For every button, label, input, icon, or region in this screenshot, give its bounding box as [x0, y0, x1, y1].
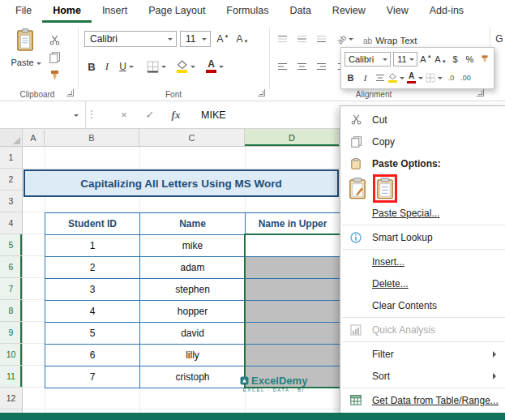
menu-item-clear-contents[interactable]: Clear Contents — [340, 294, 505, 316]
selected-cell[interactable] — [246, 323, 340, 345]
row-header-10[interactable]: 10 — [0, 344, 22, 366]
cell-student-id[interactable]: 3 — [45, 279, 140, 301]
selected-cell[interactable] — [246, 279, 340, 301]
row-header-3[interactable]: 3 — [0, 191, 22, 212]
row-header-12[interactable]: 12 — [0, 388, 22, 409]
copy-button[interactable] — [47, 50, 62, 65]
row-header-2[interactable]: 2 — [0, 169, 22, 191]
align-top-button[interactable] — [274, 31, 290, 47]
formula-bar-input[interactable]: MIKE — [201, 101, 226, 128]
name-box[interactable] — [0, 101, 86, 128]
borders-button[interactable] — [144, 58, 169, 75]
paste-option-paste-button[interactable] — [349, 178, 366, 199]
insert-function-button[interactable]: fx — [165, 101, 186, 128]
wrap-text-button[interactable]: ab Wrap Text — [363, 32, 444, 49]
tab-data[interactable]: Data — [279, 0, 321, 23]
mini-font-size-combo[interactable]: 11 — [393, 52, 417, 66]
row-header-9[interactable]: 9 — [0, 322, 22, 344]
align-middle-button[interactable] — [293, 31, 310, 47]
cell-name[interactable]: mike — [140, 235, 246, 257]
menu-item-smart-lookup[interactable]: Smart Lookup — [340, 226, 505, 248]
cell-name[interactable]: david — [140, 323, 246, 345]
font-dialog-launcher[interactable] — [258, 89, 265, 96]
cell-student-id[interactable]: 6 — [45, 345, 140, 366]
tab-file[interactable]: File — [5, 0, 42, 23]
select-all-button[interactable] — [0, 129, 23, 146]
cell-student-id[interactable]: 7 — [45, 366, 140, 388]
font-name-combo[interactable]: Calibri — [84, 31, 177, 47]
cell-name[interactable]: adam — [140, 257, 246, 279]
row-header-8[interactable]: 8 — [0, 300, 22, 322]
font-color-button[interactable]: A — [203, 58, 227, 75]
cancel-button[interactable]: × — [113, 101, 135, 128]
menu-item-delete[interactable]: Delete... — [340, 272, 505, 294]
mini-fill-color-button[interactable] — [388, 71, 404, 85]
align-bottom-button[interactable] — [313, 31, 329, 47]
mini-decrease-decimal-button[interactable]: .0 — [445, 71, 457, 85]
tab-review[interactable]: Review — [322, 0, 376, 23]
tab-add-ins[interactable]: Add-ins — [419, 0, 474, 23]
selected-cell[interactable] — [246, 345, 340, 366]
mini-bold-button[interactable]: B — [345, 71, 357, 85]
table-header-uppercase[interactable]: Name in Upper — [246, 213, 340, 235]
paste-option-values-button[interactable] — [376, 178, 394, 199]
tab-home[interactable]: Home — [42, 0, 92, 23]
paste-button[interactable]: Paste — [6, 28, 45, 67]
mini-format-painter-button[interactable] — [478, 52, 490, 66]
enter-button[interactable]: ✓ — [139, 101, 160, 128]
italic-button[interactable]: I — [101, 58, 113, 75]
menu-item-filter[interactable]: Filter — [340, 343, 505, 365]
cell-student-id[interactable]: 5 — [45, 323, 140, 345]
mini-borders-button[interactable] — [426, 71, 443, 85]
align-right-button[interactable] — [313, 58, 329, 75]
mini-font-name-combo[interactable]: Calibri — [345, 52, 391, 66]
menu-item-paste-special[interactable]: Paste Special... — [340, 202, 505, 224]
cell-name[interactable]: hopper — [140, 301, 246, 323]
menu-item-sort[interactable]: Sort — [340, 365, 505, 387]
mini-font-color-button[interactable]: A — [407, 71, 423, 85]
bold-button[interactable]: B — [84, 58, 99, 75]
clipboard-dialog-launcher[interactable] — [66, 89, 74, 96]
cell-student-id[interactable]: 2 — [45, 257, 140, 279]
mini-center-button[interactable] — [374, 71, 386, 85]
row-header-7[interactable]: 7 — [0, 278, 22, 300]
cell-name[interactable]: stephen — [140, 279, 246, 301]
mini-percent-format-button[interactable]: % — [464, 52, 476, 66]
mini-increase-decimal-button[interactable]: .00 — [460, 71, 472, 85]
sheet-title-cell[interactable]: Capitalizing All Letters Using MS Word — [24, 169, 339, 197]
table-header-name[interactable]: Name — [140, 213, 246, 235]
cell-student-id[interactable]: 1 — [45, 235, 140, 257]
selected-cell[interactable] — [246, 257, 340, 279]
row-header-11[interactable]: 11 — [0, 366, 22, 388]
underline-button[interactable]: U — [115, 58, 138, 75]
row-header-1[interactable]: 1 — [0, 147, 22, 169]
row-header-5[interactable]: 5 — [0, 234, 22, 256]
column-header-b[interactable]: B — [45, 129, 139, 146]
orientation-button[interactable]: ab — [334, 31, 357, 47]
alignment-dialog-launcher[interactable] — [477, 89, 484, 96]
row-header-4[interactable]: 4 — [0, 212, 22, 234]
decrease-font-button[interactable]: A — [233, 31, 251, 47]
align-center-button[interactable] — [293, 58, 310, 75]
increase-font-button[interactable]: A — [214, 31, 232, 47]
menu-item-copy[interactable]: Copy — [340, 131, 505, 152]
mini-accounting-format-button[interactable]: $ — [449, 52, 461, 66]
column-header-d[interactable]: D — [245, 129, 340, 146]
cell-name[interactable]: cristoph — [140, 366, 246, 388]
tab-insert[interactable]: Insert — [92, 0, 138, 23]
menu-item-get-data[interactable]: Get Data from Table/Range... — [340, 389, 505, 411]
fill-color-button[interactable] — [173, 58, 198, 75]
cell-name[interactable]: lilly — [140, 345, 246, 366]
tab-view[interactable]: View — [376, 0, 419, 23]
tab-page-layout[interactable]: Page Layout — [138, 0, 216, 23]
cut-button[interactable] — [47, 32, 62, 47]
formula-bar-handle[interactable] — [91, 110, 92, 112]
table-header-student-id[interactable]: Student ID — [45, 213, 140, 235]
cell-student-id[interactable]: 4 — [45, 301, 140, 323]
menu-item-insert[interactable]: Insert... — [340, 251, 505, 272]
menu-item-cut[interactable]: Cut — [340, 109, 505, 131]
column-header-c[interactable]: C — [139, 129, 245, 146]
format-painter-button[interactable] — [47, 68, 62, 83]
font-size-combo[interactable]: 11 — [180, 31, 211, 47]
active-cell-d5[interactable] — [246, 235, 340, 257]
